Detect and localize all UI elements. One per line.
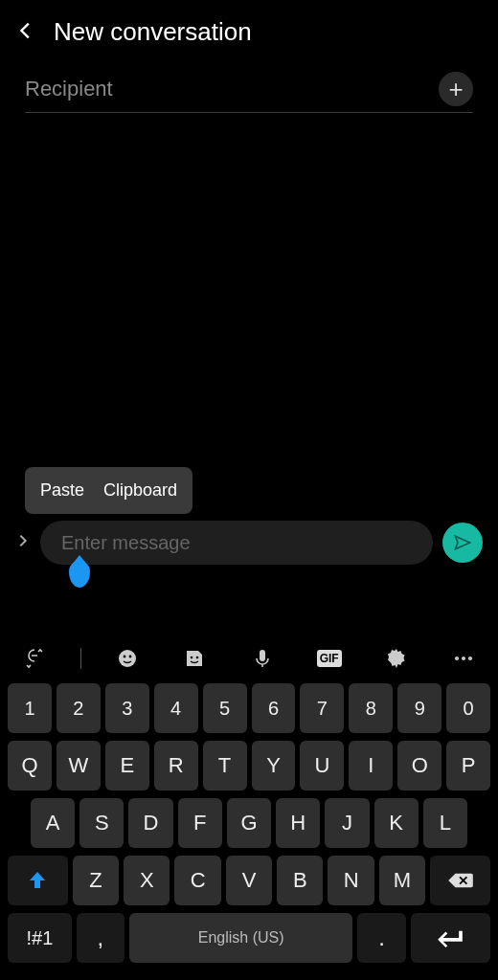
toolbar-divider xyxy=(80,648,81,669)
comma-key[interactable]: , xyxy=(77,913,124,963)
key-g[interactable]: G xyxy=(227,798,271,848)
message-input[interactable] xyxy=(40,521,433,565)
key-p[interactable]: P xyxy=(446,741,490,791)
key-o[interactable]: O xyxy=(397,741,441,791)
clipboard-button[interactable]: Clipboard xyxy=(103,480,177,501)
period-key[interactable]: . xyxy=(357,913,405,963)
key-w[interactable]: W xyxy=(57,741,101,791)
svg-point-2 xyxy=(129,656,132,658)
keyboard-toolbar: GIF xyxy=(6,637,492,683)
svg-point-0 xyxy=(119,650,136,667)
svg-point-9 xyxy=(468,657,472,660)
key-9[interactable]: 9 xyxy=(397,683,441,733)
key-2[interactable]: 2 xyxy=(57,683,101,733)
key-t[interactable]: T xyxy=(203,741,247,791)
symbols-key[interactable]: !#1 xyxy=(8,913,72,963)
key-0[interactable]: 0 xyxy=(446,683,490,733)
key-6[interactable]: 6 xyxy=(252,683,296,733)
key-n[interactable]: N xyxy=(328,856,374,905)
space-key[interactable]: English (US) xyxy=(129,913,353,963)
key-j[interactable]: J xyxy=(325,798,369,848)
key-e[interactable]: E xyxy=(105,741,149,791)
shift-key[interactable] xyxy=(8,856,68,905)
context-popup: Paste Clipboard xyxy=(25,467,192,514)
key-x[interactable]: X xyxy=(124,856,170,905)
key-r[interactable]: R xyxy=(154,741,198,791)
key-c[interactable]: C xyxy=(174,856,220,905)
expand-icon[interactable] xyxy=(15,529,31,556)
key-b[interactable]: B xyxy=(277,856,323,905)
back-icon[interactable] xyxy=(15,20,36,45)
key-f[interactable]: F xyxy=(178,798,222,848)
svg-point-4 xyxy=(196,657,199,659)
enter-key[interactable] xyxy=(411,913,490,963)
sticker-icon[interactable] xyxy=(173,647,215,670)
recipient-input[interactable] xyxy=(25,77,439,101)
more-icon[interactable] xyxy=(442,647,485,670)
key-m[interactable]: M xyxy=(379,856,425,905)
key-y[interactable]: Y xyxy=(252,741,296,791)
key-i[interactable]: I xyxy=(349,741,393,791)
key-v[interactable]: V xyxy=(226,856,272,905)
key-7[interactable]: 7 xyxy=(300,683,344,733)
mic-icon[interactable] xyxy=(241,647,283,670)
text-mode-icon[interactable] xyxy=(13,647,56,670)
paste-button[interactable]: Paste xyxy=(40,480,84,501)
key-8[interactable]: 8 xyxy=(349,683,393,733)
emoji-icon[interactable] xyxy=(106,647,148,670)
svg-point-1 xyxy=(124,656,126,658)
key-4[interactable]: 4 xyxy=(154,683,198,733)
key-1[interactable]: 1 xyxy=(8,683,52,733)
recipient-row: + xyxy=(25,72,473,113)
key-z[interactable]: Z xyxy=(73,856,119,905)
backspace-key[interactable] xyxy=(430,856,490,905)
key-h[interactable]: H xyxy=(276,798,320,848)
text-cursor-handle[interactable] xyxy=(69,561,90,588)
page-title: New conversation xyxy=(54,17,252,47)
svg-rect-5 xyxy=(260,650,265,661)
svg-point-3 xyxy=(191,657,193,659)
key-k[interactable]: K xyxy=(374,798,419,848)
key-l[interactable]: L xyxy=(423,798,467,848)
send-button[interactable] xyxy=(442,523,483,563)
key-5[interactable]: 5 xyxy=(203,683,247,733)
key-s[interactable]: S xyxy=(79,798,124,848)
keyboard: GIF 1234567890 QWERTYUIOP ASDFGHJKL ZXCV… xyxy=(0,632,498,980)
gif-icon[interactable]: GIF xyxy=(308,650,351,667)
key-3[interactable]: 3 xyxy=(105,683,149,733)
key-d[interactable]: D xyxy=(128,798,172,848)
settings-icon[interactable] xyxy=(375,647,418,670)
key-a[interactable]: A xyxy=(31,798,75,848)
svg-point-7 xyxy=(455,657,459,660)
add-recipient-button[interactable]: + xyxy=(439,72,473,106)
svg-point-8 xyxy=(462,657,465,660)
key-u[interactable]: U xyxy=(300,741,344,791)
key-q[interactable]: Q xyxy=(8,741,52,791)
